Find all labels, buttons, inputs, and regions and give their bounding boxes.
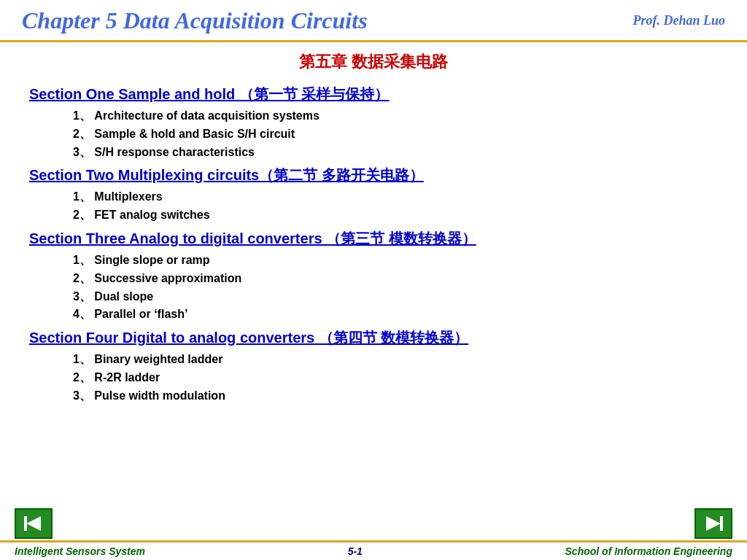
section-heading-2[interactable]: Section Two Multiplexing circuits（第二节 多路…	[29, 166, 718, 185]
header-title: Chapter 5 Data Acquisition Circuits	[22, 7, 368, 34]
section-3-item-1: 1、 Single slope or ramp	[73, 252, 718, 270]
page-container: Chapter 5 Data Acquisition Circuits Prof…	[0, 0, 747, 560]
header: Chapter 5 Data Acquisition Circuits Prof…	[0, 0, 747, 42]
chapter-chinese-title: 第五章 数据采集电路	[29, 51, 718, 73]
section-2-item-2: 2、 FET analog switches	[73, 206, 718, 225]
sections-container: Section One Sample and hold （第一节 采样与保持）1…	[29, 80, 718, 408]
section-3: Section Three Analog to digital converte…	[29, 229, 718, 324]
svg-rect-1	[24, 516, 27, 531]
header-author: Prof. Dehan Luo	[632, 13, 725, 28]
section-4-item-2: 2、 R-2R ladder	[73, 369, 718, 387]
section-2: Section Two Multiplexing circuits（第二节 多路…	[29, 166, 718, 225]
section-heading-3[interactable]: Section Three Analog to digital converte…	[29, 229, 718, 249]
section-1-item-3: 3、 S/H response characteristics	[73, 144, 718, 162]
section-3-item-4: 4、 Parallel or ‘flash’	[73, 306, 718, 324]
section-3-item-2: 2、 Successive approximation	[73, 270, 718, 288]
svg-marker-0	[26, 516, 41, 531]
section-4: Section Four Digital to analog converter…	[29, 328, 718, 405]
nav-spacer	[355, 508, 392, 539]
section-4-item-1: 1、 Binary weighted ladder	[73, 351, 718, 369]
section-heading-4[interactable]: Section Four Digital to analog converter…	[29, 328, 718, 348]
section-items-3: 1、 Single slope or ramp2、 Successive app…	[73, 252, 718, 324]
content-area: 第五章 数据采集电路 Section One Sample and hold （…	[0, 42, 747, 508]
section-4-item-3: 3、 Pulse width modulation	[73, 387, 718, 405]
next-button[interactable]	[694, 508, 732, 539]
section-2-item-1: 1、 Multiplexers	[73, 188, 718, 206]
section-1-item-2: 2、 Sample & hold and Basic S/H circuit	[73, 125, 718, 144]
footer-center: 5-1	[348, 545, 363, 557]
svg-rect-3	[720, 516, 723, 531]
section-items-2: 1、 Multiplexers2、 FET analog switches	[73, 188, 718, 225]
section-items-4: 1、 Binary weighted ladder2、 R-2R ladder3…	[73, 351, 718, 405]
section-items-1: 1、 Architecture of data acquisition syst…	[73, 107, 718, 161]
footer-left: Intelligent Sensors System	[15, 545, 145, 557]
footer-right: School of Information Engineering	[565, 545, 732, 557]
prev-button[interactable]	[15, 508, 53, 539]
svg-marker-2	[706, 516, 721, 531]
section-1-item-1: 1、 Architecture of data acquisition syst…	[73, 107, 718, 125]
section-1: Section One Sample and hold （第一节 采样与保持）1…	[29, 85, 718, 161]
section-3-item-3: 3、 Dual slope	[73, 288, 718, 306]
footer: Intelligent Sensors System 5-1 School of…	[0, 540, 747, 560]
section-heading-1[interactable]: Section One Sample and hold （第一节 采样与保持）	[29, 85, 718, 104]
